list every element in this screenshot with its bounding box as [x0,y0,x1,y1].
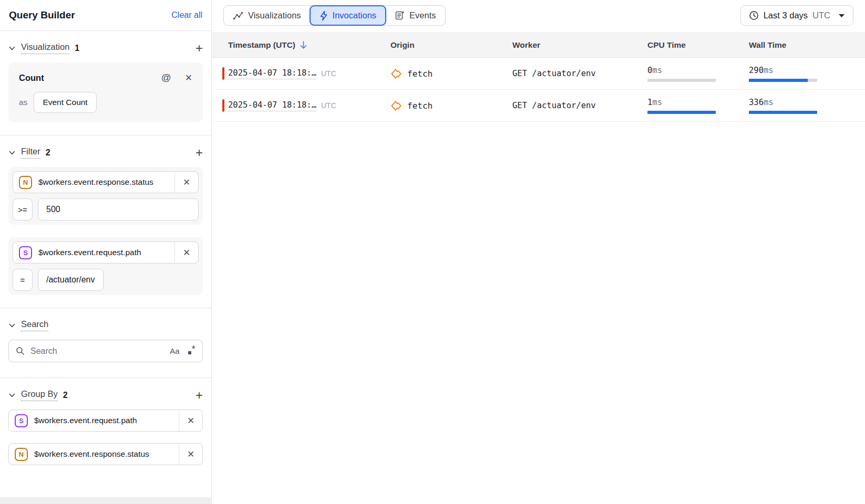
group-by-count: 2 [63,391,68,400]
error-indicator-bar [222,99,224,112]
visualization-alias-button[interactable]: Event Count [34,92,96,113]
filter-operator-select[interactable]: = [13,269,33,291]
tab-invocations[interactable]: Invocations [310,5,386,26]
time-range-label: Last 3 days [764,10,808,20]
timestamp-link[interactable]: 2025-04-07 18:18:… [228,100,316,111]
filter-value-input[interactable]: 500 [38,198,199,220]
table-row[interactable]: 2025-04-07 18:18:… UTC fetch GET /actuat… [212,58,865,90]
column-header-worker[interactable]: Worker [496,33,631,57]
origin-value: fetch [407,101,432,111]
filter-field-row[interactable]: S $workers.event.request.path ✕ [13,242,199,264]
filter-section-label[interactable]: Filter [21,146,40,159]
cpu-bar-fill [647,111,716,114]
table-body: 2025-04-07 18:18:… UTC fetch GET /actuat… [212,58,865,122]
lightning-icon [320,10,328,21]
timezone-label: UTC [321,69,336,78]
visualization-card: Count @ ✕ as Event Count [8,62,203,122]
timestamp-link[interactable]: 2025-04-07 18:18:… [228,68,316,79]
number-type-icon: N [15,448,28,461]
search-section-label[interactable]: Search [21,319,48,331]
search-placeholder: Search [30,346,164,356]
chevron-down-icon[interactable] [8,322,16,329]
column-header-timestamp[interactable]: Timestamp (UTC) [212,33,374,57]
visualization-section: Visualization 1 + Count @ ✕ as Event Cou… [0,42,211,122]
tab-visualizations[interactable]: Visualizations [224,6,310,25]
remove-group-by-icon[interactable]: ✕ [179,410,202,431]
worker-value: GET /actuator/env [512,69,596,78]
column-header-origin[interactable]: Origin [374,33,496,57]
filter-card: N $workers.event.response.status ✕ >= 50… [8,167,203,225]
wall-bar-fill [749,79,808,82]
table-row[interactable]: 2025-04-07 18:18:… UTC fetch GET /actuat… [212,90,865,122]
filter-card: S $workers.event.request.path ✕ = /actua… [8,237,203,295]
chevron-down-icon[interactable] [8,149,16,156]
section-divider [0,308,211,308]
tab-events[interactable]: Events [386,6,445,25]
wall-time-value: 336 [749,98,764,107]
filter-value-input[interactable]: /actuator/env [38,269,104,291]
cpu-time-bar [647,111,716,114]
remove-visualization-icon[interactable]: ✕ [185,72,192,83]
sort-desc-icon[interactable] [300,40,307,50]
workers-origin-icon [390,68,403,79]
group-by-field-name[interactable]: $workers.event.request.path [34,416,179,425]
wall-time-bar [749,79,817,82]
tab-label: Events [409,10,436,20]
string-type-icon: S [19,246,32,259]
cpu-time-value: 0 [647,66,652,75]
add-filter-button[interactable]: + [195,148,203,158]
cpu-time-value: 1 [647,98,652,107]
worker-value: GET /actuator/env [512,101,596,110]
query-builder-sidebar: Query Builder Clear all Visualization 1 … [0,0,212,504]
remove-filter-icon[interactable]: ✕ [174,172,198,193]
number-type-icon: N [19,176,32,189]
clock-icon [749,10,759,20]
column-header-cpu-time[interactable]: CPU Time [631,33,733,57]
as-label: as [19,98,27,107]
time-range-dropdown[interactable]: Last 3 days UTC [740,5,853,26]
origin-value: fetch [407,69,432,79]
error-indicator-bar [222,67,224,80]
results-toolbar: Visualizations Invocations Events [212,0,865,33]
filter-count: 2 [46,148,50,158]
wall-time-value: 290 [749,66,764,75]
search-input[interactable]: Search Aa * [8,340,203,362]
app-root: Query Builder Clear all Visualization 1 … [0,0,865,504]
timezone-label: UTC [321,101,336,110]
group-by-section: Group By 2 + S $workers.event.request.pa… [0,389,211,465]
caret-down-icon [838,14,845,18]
string-type-icon: S [15,414,28,427]
events-document-icon [395,10,405,20]
match-case-icon[interactable]: Aa [170,346,179,355]
group-by-field-name[interactable]: $workers.event.response.status [34,449,179,459]
section-divider [0,135,211,135]
workers-origin-icon [390,100,403,111]
filter-operator-select[interactable]: >= [13,198,33,220]
group-by-section-label[interactable]: Group By [21,389,58,401]
remove-filter-icon[interactable]: ✕ [174,242,198,263]
wall-time-unit: ms [764,66,774,75]
results-panel: Visualizations Invocations Events [212,0,865,504]
wall-bar-fill [749,111,817,114]
group-by-field-row[interactable]: N $workers.event.response.status ✕ [8,443,203,465]
add-visualization-button[interactable]: + [195,43,203,54]
filter-section: Filter 2 + N $workers.event.response.sta… [0,146,211,295]
chevron-down-icon[interactable] [8,392,16,399]
add-group-by-button[interactable]: + [195,390,203,401]
filter-field-name[interactable]: $workers.event.response.status [38,177,174,187]
regex-icon[interactable]: * [188,345,195,357]
time-range-timezone: UTC [812,10,830,20]
visualization-function[interactable]: Count [19,73,44,83]
cpu-time-bar [647,79,716,82]
filter-field-name[interactable]: $workers.event.request.path [38,248,174,257]
alias-at-icon[interactable]: @ [161,72,171,83]
filter-field-row[interactable]: N $workers.event.response.status ✕ [13,171,199,193]
chevron-down-icon[interactable] [8,45,16,52]
remove-group-by-icon[interactable]: ✕ [179,444,202,465]
view-tab-group: Visualizations Invocations Events [223,5,446,26]
clear-all-link[interactable]: Clear all [171,10,202,20]
column-header-wall-time[interactable]: Wall Time [733,33,865,57]
wall-time-unit: ms [764,98,774,107]
group-by-field-row[interactable]: S $workers.event.request.path ✕ [8,410,203,432]
visualization-section-label[interactable]: Visualization [21,42,69,54]
